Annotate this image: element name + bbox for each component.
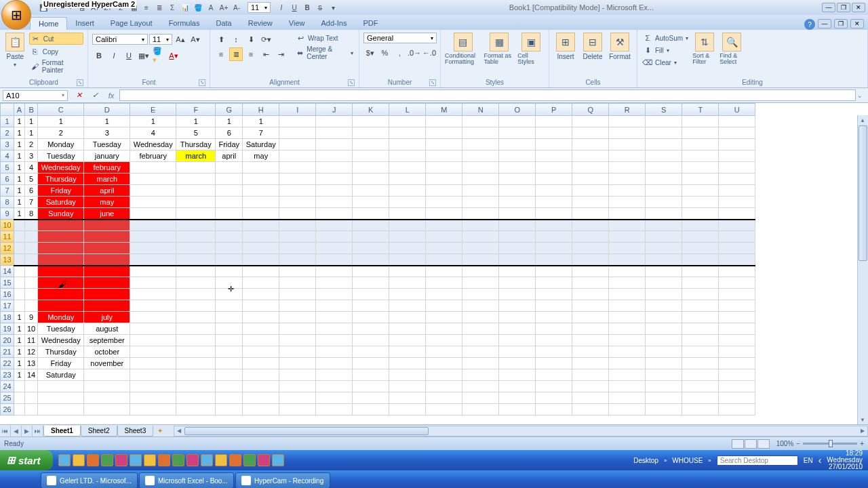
cell-H17[interactable] bbox=[243, 300, 279, 312]
cell-H11[interactable] bbox=[243, 231, 279, 243]
align-right-icon[interactable]: ≡ bbox=[244, 47, 258, 61]
cell-P4[interactable] bbox=[536, 150, 572, 162]
cell-O2[interactable] bbox=[499, 127, 536, 139]
search-desktop-input[interactable]: Search Desktop bbox=[717, 455, 798, 466]
cell-K1[interactable] bbox=[353, 116, 389, 127]
cell-S15[interactable] bbox=[646, 277, 682, 289]
cell-A16[interactable] bbox=[14, 289, 25, 300]
cell-T2[interactable] bbox=[682, 127, 719, 139]
grow-font-icon[interactable]: A▴ bbox=[174, 33, 187, 46]
cell-A6[interactable]: 1 bbox=[14, 174, 25, 185]
cell-P15[interactable] bbox=[536, 277, 572, 289]
cell-T17[interactable] bbox=[682, 300, 719, 312]
cell-T9[interactable] bbox=[682, 208, 719, 220]
find-select-button[interactable]: 🔍Find & Select bbox=[719, 33, 744, 77]
cell-I3[interactable] bbox=[279, 139, 316, 150]
cell-S4[interactable] bbox=[646, 150, 682, 162]
cell-K4[interactable] bbox=[353, 150, 389, 162]
cell-P8[interactable] bbox=[536, 197, 572, 208]
cell-R2[interactable] bbox=[609, 127, 646, 139]
cell-R10[interactable] bbox=[609, 220, 646, 231]
cell-F9[interactable] bbox=[176, 208, 216, 220]
cell-E12[interactable] bbox=[130, 243, 176, 254]
cell-L17[interactable] bbox=[389, 300, 426, 312]
cell-N12[interactable] bbox=[462, 243, 499, 254]
cell-H2[interactable]: 7 bbox=[243, 127, 279, 139]
cell-I1[interactable] bbox=[279, 116, 316, 127]
page-layout-view-icon[interactable] bbox=[745, 439, 757, 449]
cell-H15[interactable] bbox=[243, 277, 279, 289]
cell-M16[interactable] bbox=[426, 289, 462, 300]
cell-T26[interactable] bbox=[682, 404, 719, 415]
cell-B2[interactable]: 1 bbox=[25, 127, 38, 139]
cell-L15[interactable] bbox=[389, 277, 426, 289]
number-launcher[interactable]: ⤡ bbox=[429, 79, 436, 86]
cell-Q22[interactable] bbox=[572, 358, 609, 369]
cell-S18[interactable] bbox=[646, 312, 682, 323]
cell-D26[interactable] bbox=[84, 404, 130, 415]
cell-K14[interactable] bbox=[353, 266, 389, 277]
next-sheet-icon[interactable]: ▶ bbox=[22, 426, 33, 436]
cell-A24[interactable] bbox=[14, 381, 25, 392]
row-header-17[interactable]: 17 bbox=[1, 300, 14, 312]
cell-J11[interactable] bbox=[316, 231, 353, 243]
cell-I22[interactable] bbox=[279, 358, 316, 369]
cell-R26[interactable] bbox=[609, 404, 646, 415]
enter-formula-icon[interactable]: ✓ bbox=[87, 91, 103, 100]
cell-P12[interactable] bbox=[536, 243, 572, 254]
col-header-K[interactable]: K bbox=[353, 104, 389, 116]
tab-review[interactable]: Review bbox=[240, 17, 281, 30]
cell-M6[interactable] bbox=[426, 174, 462, 185]
cell-C22[interactable]: Friday bbox=[38, 358, 84, 369]
cell-L8[interactable] bbox=[389, 197, 426, 208]
percent-icon[interactable]: % bbox=[378, 46, 392, 60]
cell-F14[interactable] bbox=[176, 266, 216, 277]
cell-D12[interactable] bbox=[84, 243, 130, 254]
cell-H8[interactable] bbox=[243, 197, 279, 208]
cell-H14[interactable] bbox=[243, 266, 279, 277]
cell-B23[interactable]: 14 bbox=[25, 369, 38, 381]
col-header-S[interactable]: S bbox=[646, 104, 682, 116]
cell-D4[interactable]: january bbox=[84, 150, 130, 162]
cell-I6[interactable] bbox=[279, 174, 316, 185]
cell-S14[interactable] bbox=[646, 266, 682, 277]
cell-E6[interactable] bbox=[130, 174, 176, 185]
orientation-icon[interactable]: ⟳▾ bbox=[259, 33, 273, 46]
cell-G5[interactable] bbox=[216, 162, 243, 174]
cell-O6[interactable] bbox=[499, 174, 536, 185]
cell-S7[interactable] bbox=[646, 185, 682, 197]
cell-H10[interactable] bbox=[243, 220, 279, 231]
cancel-formula-icon[interactable]: ✕ bbox=[71, 91, 87, 100]
cell-K10[interactable] bbox=[353, 220, 389, 231]
cell-R3[interactable] bbox=[609, 139, 646, 150]
cell-R4[interactable] bbox=[609, 150, 646, 162]
cell-T19[interactable] bbox=[682, 323, 719, 335]
cell-J22[interactable] bbox=[316, 358, 353, 369]
col-header-P[interactable]: P bbox=[536, 104, 572, 116]
cell-M21[interactable] bbox=[426, 346, 462, 358]
cell-R13[interactable] bbox=[609, 254, 646, 266]
cell-L10[interactable] bbox=[389, 220, 426, 231]
cell-A10[interactable] bbox=[14, 220, 25, 231]
cell-A7[interactable]: 1 bbox=[14, 185, 25, 197]
cell-Q18[interactable] bbox=[572, 312, 609, 323]
cell-S1[interactable] bbox=[646, 116, 682, 127]
fill-button[interactable]: ⬇Fill▾ bbox=[642, 45, 690, 56]
cell-G11[interactable] bbox=[216, 231, 243, 243]
row-header-2[interactable]: 2 bbox=[1, 127, 14, 139]
cell-G16[interactable] bbox=[216, 289, 243, 300]
cell-A19[interactable]: 1 bbox=[14, 323, 25, 335]
cell-A21[interactable]: 1 bbox=[14, 346, 25, 358]
cell-H25[interactable] bbox=[243, 392, 279, 404]
cell-N22[interactable] bbox=[462, 358, 499, 369]
cell-U19[interactable] bbox=[719, 323, 755, 335]
cell-F1[interactable]: 1 bbox=[176, 116, 216, 127]
cell-I11[interactable] bbox=[279, 231, 316, 243]
cell-L13[interactable] bbox=[389, 254, 426, 266]
tab-add-ins[interactable]: Add-Ins bbox=[313, 17, 355, 30]
horizontal-scrollbar[interactable]: ◀ ▶ bbox=[174, 426, 868, 436]
cell-Q15[interactable] bbox=[572, 277, 609, 289]
cell-S8[interactable] bbox=[646, 197, 682, 208]
cell-E17[interactable] bbox=[130, 300, 176, 312]
cell-G1[interactable]: 1 bbox=[216, 116, 243, 127]
